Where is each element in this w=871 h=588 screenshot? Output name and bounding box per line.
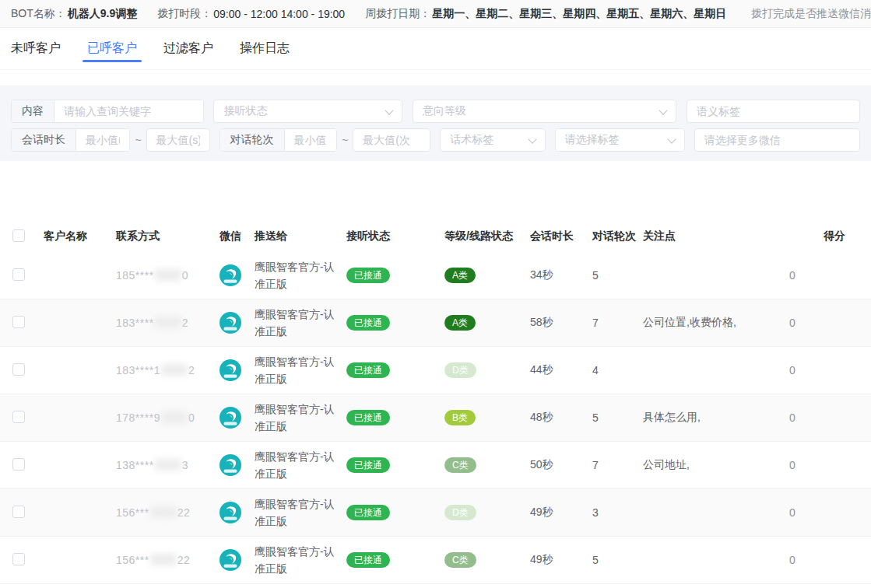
pushed-to-text: 鹰眼智客官方-认准正版	[244, 448, 335, 482]
weekday-item: 周拨打日期： 星期一、星期二、星期三、星期四、星期五、星期六、星期日	[365, 7, 726, 21]
col-focus: 关注点	[632, 229, 786, 243]
duration-max-input[interactable]	[146, 128, 210, 152]
focus-cell: 公司位置,收费价格,	[632, 316, 786, 330]
score-cell: 0	[786, 364, 871, 376]
duration-cell: 58秒	[519, 316, 581, 330]
rounds-max-input[interactable]	[353, 128, 430, 152]
rounds-cell: 5	[581, 411, 632, 424]
chevron-down-icon	[528, 135, 536, 143]
wechat-avatar-icon	[220, 549, 241, 571]
duration-cell: 49秒	[519, 553, 581, 567]
contact-cell: 183****2	[105, 317, 209, 329]
rounds-cell: 7	[581, 317, 632, 329]
redacted-blur	[161, 364, 188, 376]
select-tag-select[interactable]: 请选择标签	[555, 128, 685, 152]
select-tag-placeholder: 请选择标签	[565, 133, 620, 147]
semantic-tag-input[interactable]	[687, 100, 860, 123]
contact-cell: 156***22	[105, 506, 209, 519]
grade-badge: D类	[444, 362, 476, 378]
wechat-avatar-icon	[220, 359, 241, 381]
grade-cell: C类	[434, 552, 519, 568]
col-customer-name: 客户名称	[33, 229, 105, 243]
duration-cell: 48秒	[519, 411, 581, 425]
tab-called[interactable]: 已呼客户	[87, 28, 137, 70]
wechat-cell	[209, 407, 244, 429]
chevron-down-icon	[659, 106, 667, 114]
weekday-label: 周拨打日期：	[365, 7, 430, 21]
tilde-separator: ~	[135, 134, 141, 146]
row-checkbox[interactable]	[12, 411, 25, 423]
col-grade-line-status: 等级/线路状态	[434, 229, 519, 243]
pushed-to-text: 鹰眼智客官方-认准正版	[244, 543, 335, 577]
rounds-min-input[interactable]	[285, 129, 337, 151]
script-tag-placeholder: 话术标签	[450, 133, 493, 147]
pushed-to-text: 鹰眼智客官方-认准正版	[244, 401, 335, 435]
phone-suffix: 22	[177, 506, 191, 519]
duration-filter-group: 会话时长	[11, 128, 130, 152]
row-checkbox[interactable]	[12, 458, 25, 471]
more-wechat-input[interactable]	[694, 128, 860, 152]
tab-uncalled[interactable]: 未呼客户	[11, 28, 61, 70]
wechat-cell	[209, 359, 244, 381]
wechat-avatar-icon	[220, 454, 241, 476]
content-filter-group: 内容	[11, 100, 204, 123]
chevron-down-icon	[667, 135, 676, 143]
row-checkbox[interactable]	[12, 316, 25, 328]
wechat-avatar-icon	[220, 502, 241, 523]
bot-name-label: BOT名称：	[11, 7, 66, 21]
wechat-avatar-icon	[220, 407, 241, 429]
row-checkbox[interactable]	[12, 506, 25, 518]
phone-prefix: 183****1	[116, 364, 160, 376]
score-cell: 0	[786, 317, 871, 329]
row-checkbox[interactable]	[12, 363, 25, 376]
table-header: 客户名称 联系方式 微信 推送给 接听状态 等级/线路状态 会话时长 对话轮次 …	[0, 221, 871, 252]
duration-cell: 34秒	[519, 268, 581, 282]
select-all-checkbox-cell	[0, 229, 33, 244]
table-row: 185****0 鹰眼智客官方-认准正版 已接通 A类 34秒 5 0	[0, 252, 871, 299]
table-row: 156***22 鹰眼智客官方-认准正版 已接通 D类 49秒 3 0	[0, 489, 871, 537]
script-tag-select[interactable]: 话术标签	[440, 128, 545, 152]
answer-status-placeholder: 接听状态	[223, 104, 267, 118]
redacted-blur	[155, 269, 181, 281]
col-pushed-to: 推送给	[244, 229, 335, 243]
row-checkbox-cell	[0, 268, 33, 283]
pushed-to-text: 鹰眼智客官方-认准正版	[244, 353, 335, 387]
col-score: 得分	[786, 229, 871, 243]
col-rounds: 对话轮次	[581, 229, 632, 243]
answer-status-cell: 已接通	[335, 505, 434, 520]
rounds-cell: 3	[581, 506, 632, 519]
row-checkbox-cell	[0, 363, 33, 378]
duration-min-input[interactable]	[76, 129, 129, 151]
intent-level-select[interactable]: 意向等级	[413, 100, 676, 123]
tab-operation-log[interactable]: 操作日志	[240, 28, 290, 70]
grade-cell: D类	[434, 505, 519, 520]
select-all-checkbox[interactable]	[12, 229, 25, 242]
pushed-to-text: 鹰眼智客官方-认准正版	[244, 258, 335, 292]
pushed-to-text: 鹰眼智客官方-认准正版	[244, 306, 335, 340]
row-checkbox-cell	[0, 316, 33, 331]
phone-prefix: 138****	[116, 459, 154, 471]
row-checkbox-cell	[0, 458, 33, 473]
push-wechat-label: 拨打完成是否推送微信消	[751, 7, 871, 21]
answer-status-badge: 已接通	[346, 315, 390, 331]
content-keyword-input[interactable]	[54, 100, 203, 122]
answer-status-badge: 已接通	[346, 410, 390, 425]
spacer	[0, 161, 871, 221]
answer-status-badge: 已接通	[346, 268, 390, 283]
answer-status-select[interactable]: 接听状态	[213, 100, 402, 123]
row-checkbox[interactable]	[12, 553, 25, 565]
answer-status-cell: 已接通	[335, 315, 434, 331]
answer-status-cell: 已接通	[335, 457, 434, 473]
grade-badge: C类	[444, 457, 476, 473]
row-checkbox[interactable]	[12, 268, 25, 281]
rounds-cell: 5	[581, 269, 632, 282]
tab-filtered[interactable]: 过滤客户	[163, 28, 213, 70]
filter-row-1: 内容 接听状态 意向等级	[11, 100, 860, 123]
col-duration: 会话时长	[519, 229, 581, 243]
contact-cell: 185****0	[105, 269, 209, 282]
answer-status-cell: 已接通	[335, 552, 434, 568]
table-body: 185****0 鹰眼智客官方-认准正版 已接通 A类 34秒 5 0 183*…	[0, 252, 871, 584]
contact-cell: 183****12	[105, 364, 209, 376]
spacer	[0, 70, 871, 86]
phone-prefix: 178****9	[116, 411, 160, 424]
